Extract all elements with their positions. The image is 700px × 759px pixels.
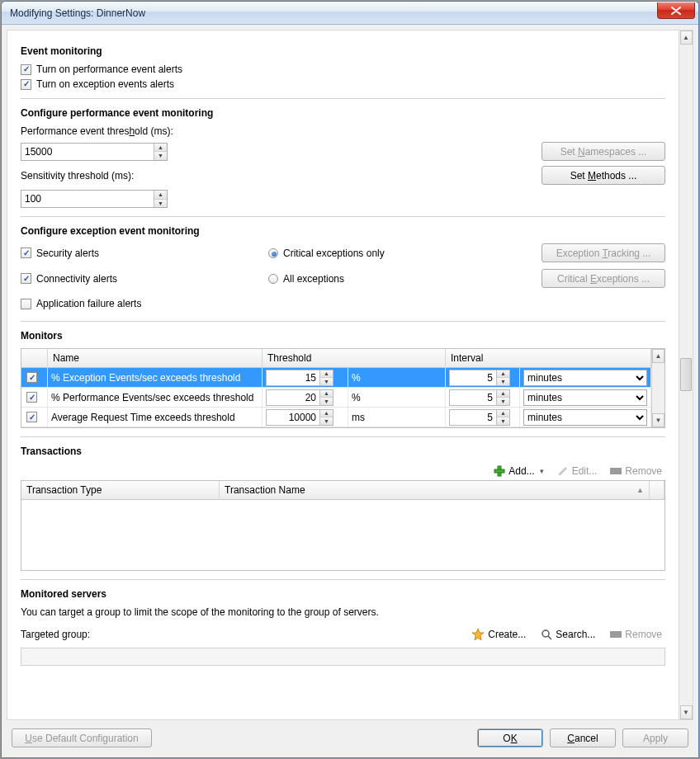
threshold-input[interactable] (267, 410, 319, 425)
critical-only-row[interactable]: Critical exceptions only (268, 248, 483, 259)
step-up-icon[interactable]: ▲ (154, 191, 167, 200)
col-threshold[interactable]: Threshold (262, 349, 446, 368)
interval-input[interactable] (450, 410, 496, 425)
interval-unit-select[interactable]: minutes (523, 389, 647, 406)
main-scrollbar[interactable]: ▲ ▼ (679, 31, 693, 719)
col-check[interactable] (21, 349, 48, 368)
col-transaction-type[interactable]: Transaction Type (21, 481, 220, 500)
interval-unit-select[interactable]: minutes (523, 370, 647, 386)
perf-threshold-spinbox[interactable]: ▲▼ (21, 143, 168, 161)
monitor-row-checkbox[interactable] (26, 392, 37, 403)
scroll-track[interactable] (679, 45, 693, 705)
ok-button[interactable]: OK (477, 728, 543, 747)
perf-alerts-checkbox[interactable] (21, 64, 31, 75)
step-down-icon[interactable]: ▼ (320, 398, 333, 405)
scroll-down-icon[interactable]: ▼ (680, 705, 693, 719)
step-up-icon[interactable]: ▲ (497, 410, 509, 418)
targeted-group-field (21, 648, 665, 666)
interval-unit-select[interactable]: minutes (523, 409, 647, 426)
step-up-icon[interactable]: ▲ (320, 370, 333, 379)
threshold-spinbox[interactable]: ▲▼ (266, 389, 333, 406)
minus-icon (610, 468, 622, 474)
all-exceptions-radio[interactable] (268, 274, 278, 284)
interval-input[interactable] (450, 370, 496, 385)
exception-tracking-button[interactable]: Exception Tracking ... (542, 243, 665, 262)
interval-spinbox[interactable]: ▲▼ (449, 389, 510, 406)
monitor-row[interactable]: % Performance Events/sec exceeds thresho… (21, 388, 651, 408)
appfail-alerts-checkbox[interactable] (21, 299, 31, 309)
step-down-icon[interactable]: ▼ (320, 378, 333, 385)
monitor-name: % Performance Events/sec exceeds thresho… (48, 388, 262, 407)
perf-config-grid: Performance event threshold (ms): ▲▼ Set… (21, 125, 665, 208)
excp-alerts-row[interactable]: Turn on exception events alerts (21, 78, 665, 90)
close-button[interactable] (657, 2, 695, 19)
threshold-spinbox[interactable]: ▲▼ (266, 370, 333, 386)
add-transaction-button[interactable]: Add... ▾ (490, 464, 546, 478)
monitor-row[interactable]: % Exception Events/sec exceeds threshold… (21, 368, 651, 388)
connectivity-alerts-row[interactable]: Connectivity alerts (21, 273, 252, 285)
step-down-icon[interactable]: ▼ (154, 200, 167, 208)
step-up-icon[interactable]: ▲ (320, 390, 333, 398)
excp-alerts-checkbox[interactable] (21, 79, 31, 90)
threshold-input[interactable] (267, 390, 319, 405)
monitor-row-checkbox[interactable] (26, 412, 37, 422)
scroll-up-icon[interactable]: ▲ (652, 349, 665, 363)
step-up-icon[interactable]: ▲ (154, 144, 167, 153)
monitors-scrollbar[interactable]: ▲ ▼ (651, 348, 665, 428)
divider (21, 321, 665, 322)
svg-line-5 (548, 636, 551, 639)
appfail-alerts-row[interactable]: Application failure alerts (21, 298, 252, 309)
scroll-down-icon[interactable]: ▼ (652, 413, 665, 427)
step-up-icon[interactable]: ▲ (497, 390, 509, 398)
search-group-button[interactable]: Search... (537, 627, 598, 642)
security-alerts-row[interactable]: Security alerts (21, 248, 252, 259)
sensitivity-spinbox[interactable]: ▲▼ (21, 190, 168, 208)
use-default-config-button[interactable]: Use Default Configuration (12, 728, 152, 747)
step-down-icon[interactable]: ▼ (320, 417, 333, 425)
set-methods-button[interactable]: Set Methods ... (542, 166, 665, 185)
security-alerts-checkbox[interactable] (21, 248, 31, 258)
connectivity-alerts-checkbox[interactable] (21, 273, 31, 284)
critical-only-radio[interactable] (268, 248, 278, 258)
interval-spinbox[interactable]: ▲▼ (449, 409, 510, 426)
step-up-icon[interactable]: ▲ (320, 410, 333, 418)
step-down-icon[interactable]: ▼ (154, 152, 167, 160)
monitors-heading: Monitors (21, 330, 665, 342)
edit-transaction-button[interactable]: Edit... (554, 464, 601, 478)
divider (21, 98, 665, 99)
monitor-row-checkbox[interactable] (26, 372, 37, 383)
set-namespaces-button[interactable]: Set Namespaces ... (542, 142, 665, 161)
divider (21, 436, 665, 437)
col-name[interactable]: Name (48, 349, 262, 368)
targeted-group-row: Targeted group: Create... Search... Remo… (21, 626, 665, 643)
remove-group-button[interactable]: Remove (607, 627, 665, 642)
perf-threshold-input[interactable] (21, 144, 154, 160)
apply-button[interactable]: Apply (622, 728, 688, 747)
col-transaction-name[interactable]: Transaction Name ▲ (220, 481, 650, 500)
servers-heading: Monitored servers (21, 588, 665, 600)
interval-spinbox[interactable]: ▲▼ (449, 370, 510, 386)
step-up-icon[interactable]: ▲ (497, 370, 509, 379)
step-down-icon[interactable]: ▼ (497, 378, 509, 385)
scroll-thumb[interactable] (680, 358, 692, 391)
critical-exceptions-button[interactable]: Critical Exceptions ... (542, 269, 665, 288)
pencil-icon (557, 465, 569, 477)
remove-transaction-button[interactable]: Remove (607, 464, 665, 478)
cancel-button[interactable]: Cancel (550, 728, 616, 747)
sensitivity-input[interactable] (21, 191, 154, 207)
threshold-spinbox[interactable]: ▲▼ (266, 409, 333, 426)
svg-marker-3 (472, 629, 484, 640)
divider (21, 216, 665, 217)
perf-alerts-row[interactable]: Turn on performance event alerts (21, 64, 665, 75)
col-interval[interactable]: Interval (446, 349, 651, 368)
step-down-icon[interactable]: ▼ (497, 417, 509, 425)
all-exceptions-row[interactable]: All exceptions (268, 273, 483, 285)
interval-input[interactable] (450, 390, 496, 405)
create-group-button[interactable]: Create... (468, 626, 529, 643)
monitor-row[interactable]: Average Request Time exceeds threshold▲▼… (21, 408, 651, 427)
step-down-icon[interactable]: ▼ (497, 398, 509, 405)
threshold-unit: % (348, 388, 446, 407)
scroll-up-icon[interactable]: ▲ (680, 31, 693, 45)
perf-config-heading: Configure performance event monitoring (21, 107, 665, 119)
threshold-input[interactable] (267, 370, 319, 385)
